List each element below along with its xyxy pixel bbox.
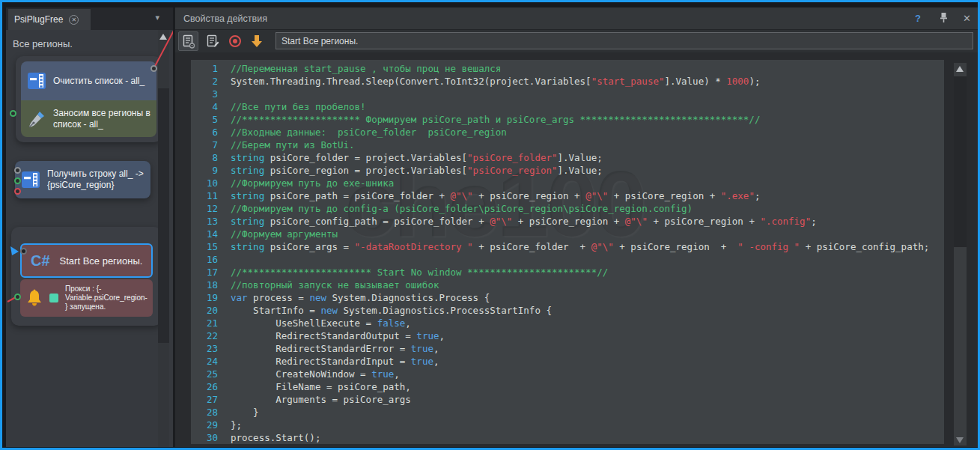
line-number: 19 [191, 291, 218, 304]
line-number: 3 [191, 88, 218, 100]
scroll-up-icon[interactable] [956, 66, 964, 72]
action-group-top: Очистить список - all_ Заносим все регио… [16, 56, 162, 142]
connector-dot[interactable] [150, 65, 157, 72]
document-gear-icon [182, 34, 195, 49]
code-line: 24 RedirectStandardInput = true, [191, 355, 944, 368]
line-number: 11 [191, 189, 218, 202]
block-label: Прокси : {-Variable.psiCore_region-} зап… [65, 285, 148, 311]
code-line: 15string psiCore_args = "-dataRootDirect… [191, 240, 944, 253]
code-line: 3 [191, 88, 944, 100]
action-edit-button[interactable] [202, 31, 222, 51]
line-number: 28 [191, 406, 218, 419]
line-number: 4 [191, 100, 218, 113]
code-line: 8string psiCore_folder = project.Variabl… [191, 151, 944, 164]
line-number: 27 [191, 393, 218, 406]
csharp-block[interactable]: C# Start Все регионы. [20, 243, 153, 278]
line-number: 8 [191, 151, 218, 164]
flow-canvas[interactable]: Все регионы. [6, 30, 173, 447]
scroll-thumb[interactable] [158, 88, 169, 343]
code-line: 13string psiCore_config_path = psiCore_f… [191, 215, 944, 228]
app-window: PsiPlugFree ✕ ▾ Все регионы. [0, 0, 980, 450]
line-number: 15 [191, 240, 218, 253]
line-number: 9 [191, 164, 218, 177]
code-line: 26 FileName = psiCore_path, [191, 380, 944, 393]
scroll-up-icon[interactable] [159, 34, 167, 40]
code-line: 22 RedirectStandardOutput = true, [191, 329, 944, 342]
help-icon[interactable]: ? [915, 13, 921, 24]
line-number: 25 [191, 368, 218, 380]
action-group-bottom: C# Start Все регионы. Прокси : {-Variabl… [11, 227, 162, 326]
code-line: 23 RedirectStandardError = true, [191, 342, 944, 355]
tab-title: PsiPlugFree [14, 14, 63, 25]
line-number: 29 [191, 419, 218, 431]
line-number: 18 [191, 279, 218, 291]
pin-icon[interactable] [939, 12, 949, 25]
code-line: 5//********************* Формируем psiCo… [191, 113, 944, 126]
action-settings-button[interactable] [178, 31, 198, 51]
action-toolbar [175, 30, 979, 52]
panel-title: Свойства действия [183, 13, 267, 24]
block-label: Очистить список - all_ [53, 76, 152, 87]
connector-dot[interactable] [14, 294, 21, 300]
line-number: 23 [191, 342, 218, 355]
tab-psiplugfree[interactable]: PsiPlugFree ✕ [8, 9, 91, 30]
line-number: 1 [191, 62, 218, 75]
code-line: 11string psiCore_path = psiCore_folder +… [191, 189, 944, 202]
line-number: 24 [191, 355, 218, 368]
get-string-block[interactable]: Получить строку all_ -> {psiCore_region} [15, 161, 150, 198]
code-line: 20 StartInfo = new System.Diagnostics.Pr… [191, 304, 944, 317]
record-button[interactable] [225, 31, 245, 51]
pen-icon [27, 109, 46, 129]
code-editor[interactable]: che100 1//Переменная start_pause , чтобы… [191, 60, 944, 444]
code-line: 6//Входные данные: psiCore_folder psiCor… [191, 126, 944, 139]
code-scrollbar[interactable] [954, 63, 967, 446]
line-number: 26 [191, 380, 218, 393]
canvas-scrollbar[interactable] [158, 30, 169, 447]
line-number: 20 [191, 304, 218, 317]
connector-dot[interactable] [14, 167, 21, 174]
record-icon [229, 35, 241, 47]
code-line: 18//повторный запуск не вызывает ошибок [191, 279, 944, 291]
line-number: 30 [191, 431, 218, 444]
connector-dot[interactable] [20, 248, 27, 255]
tab-close-icon[interactable]: ✕ [69, 15, 79, 25]
csharp-badge: C# [28, 255, 53, 267]
code-line: 30process.Start(); [191, 431, 944, 444]
code-line: 10//Формируем путь до exe-шника [191, 177, 944, 189]
connector-dot[interactable] [14, 177, 21, 184]
connector-dot[interactable] [14, 188, 21, 195]
block-label: Start Все регионы. [60, 255, 143, 267]
line-number: 16 [191, 253, 218, 266]
code-line: 12//Формируем путь до config-a (psiCore_… [191, 202, 944, 215]
scroll-thumb[interactable] [954, 76, 967, 247]
line-number: 7 [191, 139, 218, 151]
code-area: che100 1//Переменная start_pause , чтобы… [175, 52, 979, 447]
code-line: 28 } [191, 406, 944, 419]
panel-header: Свойства действия ? ✕ [175, 7, 979, 30]
add-regions-block[interactable]: Заносим все регионы в список - all_ [21, 100, 156, 137]
line-number: 21 [191, 317, 218, 329]
canvas-label: Все регионы. [13, 38, 73, 49]
connector-dot[interactable] [10, 110, 16, 117]
scroll-down-icon[interactable] [956, 437, 964, 443]
code-line: 16 [191, 253, 944, 266]
code-line: 19var process = new System.Diagnostics.P… [191, 291, 944, 304]
line-number: 13 [191, 215, 218, 228]
block-label: Получить строку all_ -> {psiCore_region} [47, 168, 146, 191]
notification-block[interactable]: Прокси : {-Variable.psiCore_region-} зап… [20, 279, 153, 317]
list-icon [27, 71, 46, 91]
run-arrow-button[interactable] [246, 31, 267, 51]
document-pencil-icon [206, 34, 219, 49]
code-line: 1//Переменная start_pause , чтобы проц н… [191, 62, 944, 75]
tabbar-dropdown-icon[interactable]: ▾ [155, 13, 159, 22]
close-icon[interactable]: ✕ [963, 13, 971, 24]
code-line: 17//*********************** Start No win… [191, 266, 944, 279]
line-number: 2 [191, 75, 218, 88]
flowchart-panel: PsiPlugFree ✕ ▾ Все регионы. [6, 7, 173, 447]
properties-panel: Свойства действия ? ✕ [175, 7, 979, 447]
clear-list-block[interactable]: Очистить список - all_ [21, 61, 156, 100]
code-line: 27 Arguments = psiCore_args [191, 393, 944, 406]
list-icon [21, 170, 40, 189]
action-name-input[interactable] [276, 32, 973, 49]
code-line: 14//Формуем аргументы [191, 228, 944, 240]
